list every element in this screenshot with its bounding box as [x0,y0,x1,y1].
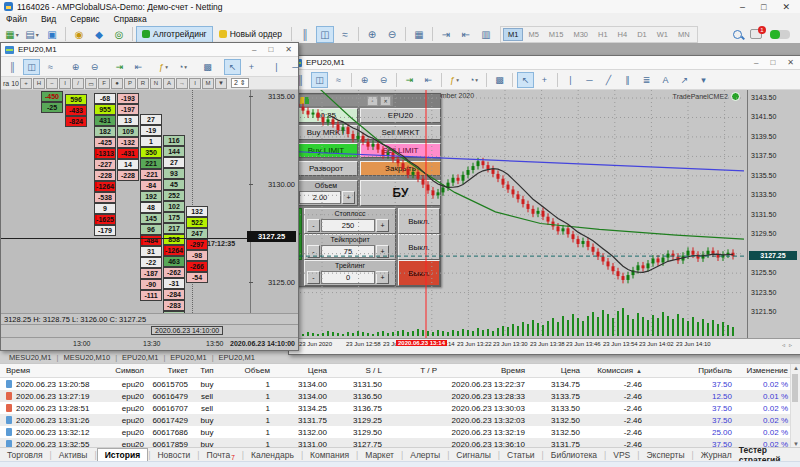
chart-tab-2[interactable]: EPU20,M1 [117,353,163,362]
right-close-button[interactable]: ✕ [787,58,794,67]
search-icon[interactable] [733,30,742,39]
profiles-icon[interactable]: ▤▾ [23,26,41,43]
zoom-out-icon[interactable]: ⊖ [383,26,401,43]
tab-Алерты[interactable]: Алерты [403,449,447,461]
new-chart-icon[interactable]: ▦▾ [3,26,21,43]
data-window-icon[interactable]: ▥ [477,26,495,43]
candles-chart-icon[interactable]: ◫ [311,72,328,88]
indicators-icon[interactable]: ƒ▾ [446,72,463,88]
timeframe-M1[interactable]: M1 [503,28,523,41]
cluster-button-9[interactable]: R [137,78,149,89]
timeframe-H4[interactable]: H4 [613,28,633,41]
maximize-button[interactable]: □ [761,2,766,12]
history-row[interactable]: 2020.06.23 13:32:12epu2060617686buy13132… [0,426,792,438]
chart-tab-0[interactable]: MESU20,M1 [4,353,57,362]
bars-chart-icon[interactable]: ║ [296,26,314,43]
cursor-icon[interactable]: ↖ [517,72,534,88]
tab-Эксперты[interactable]: Эксперты [640,449,692,461]
candles-chart-icon[interactable]: ◫ [23,59,40,75]
column-header-0[interactable]: Время [0,364,106,378]
deposit-icon[interactable]: ◉ [70,26,88,43]
table-scrollbar[interactable]: ▲ ▼ [790,364,800,448]
scroll-thumb[interactable] [792,374,798,402]
tab-Сигналы[interactable]: Сигналы [449,449,497,461]
cluster-button-14[interactable]: M [202,78,214,89]
column-header-9[interactable]: Цена [529,364,584,378]
cluster-button-4[interactable]: / [72,78,84,89]
text-icon[interactable]: A [657,72,674,88]
column-header-12[interactable]: Изменение [736,364,792,378]
line-chart-icon[interactable]: ≈ [330,72,347,88]
indicators-icon[interactable]: ƒ▾ [155,59,172,75]
cluster-button-7[interactable]: ● [111,78,123,89]
workspace-folder-icon[interactable]: ▣ [43,26,61,43]
history-row[interactable]: 2020.06.23 13:28:51epu2060616707sell1313… [0,402,792,414]
left-maximize-button[interactable]: □ [268,45,273,54]
cluster-button-11[interactable]: A [163,78,175,89]
left-close-button[interactable]: ✕ [285,45,292,54]
tab-История[interactable]: История [97,448,148,462]
column-header-11[interactable]: Прибыль [646,364,736,378]
menu-Вид[interactable]: Вид [41,14,56,24]
cluster-button-3[interactable]: I [59,78,71,89]
cluster-button-8[interactable]: P [124,78,136,89]
chart-shift-icon[interactable]: ⇤ [457,26,475,43]
column-header-2[interactable]: Тикет [148,364,192,378]
history-row[interactable]: 2020.06.23 13:27:19epu2060616479sell1313… [0,390,792,402]
cluster-spinner[interactable]: 2 ⇕ [231,78,249,88]
right-maximize-button[interactable]: □ [770,58,775,67]
tab-Компания[interactable]: Компания [303,449,356,461]
auto-scroll-icon[interactable]: ⇥ [437,26,455,43]
right-minimize-button[interactable]: – [754,58,758,67]
chat-icon[interactable]: 1 [750,29,762,39]
history-row[interactable]: 2020.06.23 13:31:26epu2060617429buy13131… [0,414,792,426]
vline-icon[interactable]: | [268,59,285,75]
scroll-arrows[interactable]: ◃▹ [782,341,796,348]
tab-Маркет[interactable]: Маркет [358,449,401,461]
cluster-button-0[interactable]: + [20,78,32,89]
bars-chart-icon[interactable]: ║ [4,59,21,75]
account-icon[interactable]: ◆ [90,26,108,43]
periods-icon[interactable]: ◔▾ [465,72,482,88]
tab-Торговля[interactable]: Торговля [0,449,50,461]
tile-windows-icon[interactable]: ▦ [410,26,428,43]
tab-Библиотека[interactable]: Библиотека [544,449,604,461]
tab-VPS[interactable]: VPS [606,449,637,461]
zoom-in-icon[interactable]: ⊕ [67,59,84,75]
scroll-up-icon[interactable]: ▲ [793,365,799,371]
channel-icon[interactable]: ∥ [619,72,636,88]
cluster-button-2[interactable]: − [46,78,58,89]
signals-icon[interactable]: ◎ [110,26,128,43]
arrows-icon[interactable]: ↗ [676,72,693,88]
chart-shift-icon[interactable]: ⇤ [420,72,437,88]
menu-Справка[interactable]: Справка [113,14,146,24]
footprint-chart[interactable]: -450-25596-433-824-68955431182-425-1313-… [1,90,298,313]
timeframe-H1[interactable]: H1 [593,28,613,41]
timeframe-M5[interactable]: M5 [523,28,543,41]
cluster-button-12[interactable]: → [176,78,188,89]
tab-Активы[interactable]: Активы [52,449,95,461]
menu-Файл[interactable]: Файл [6,14,27,24]
column-header-4[interactable]: Объем [226,364,274,378]
tab-Журнал[interactable]: Журнал [694,449,739,461]
templates-icon[interactable]: ▩ [199,59,216,75]
candles-chart-icon[interactable]: ◫ [316,26,334,43]
cluster-button-15[interactable]: ▼ [215,78,227,89]
column-header-3[interactable]: Тип [192,364,226,378]
connection-toggle[interactable] [770,30,790,39]
chart-shift-icon[interactable]: ⇤ [130,59,147,75]
timeframe-M15[interactable]: M15 [544,28,569,41]
fibonacci-icon[interactable]: ≣ [638,72,655,88]
hline-icon[interactable]: ─ [287,59,298,75]
menu-Сервис[interactable]: Сервис [70,14,99,24]
vline-icon[interactable]: | [562,72,579,88]
tab-Почта[interactable]: Почта7 [200,449,242,462]
zoom-in-icon[interactable]: ⊕ [356,72,373,88]
timeframe-W1[interactable]: W1 [652,28,673,41]
auto-scroll-icon[interactable]: ⇥ [401,72,418,88]
tab-Статьи[interactable]: Статьи [500,449,542,461]
zoom-in-icon[interactable]: ⊕ [363,26,381,43]
timeframe-MN[interactable]: MN [673,28,695,41]
cursor-icon[interactable]: ↖ [224,59,241,75]
close-button[interactable]: ✕ [782,2,790,12]
